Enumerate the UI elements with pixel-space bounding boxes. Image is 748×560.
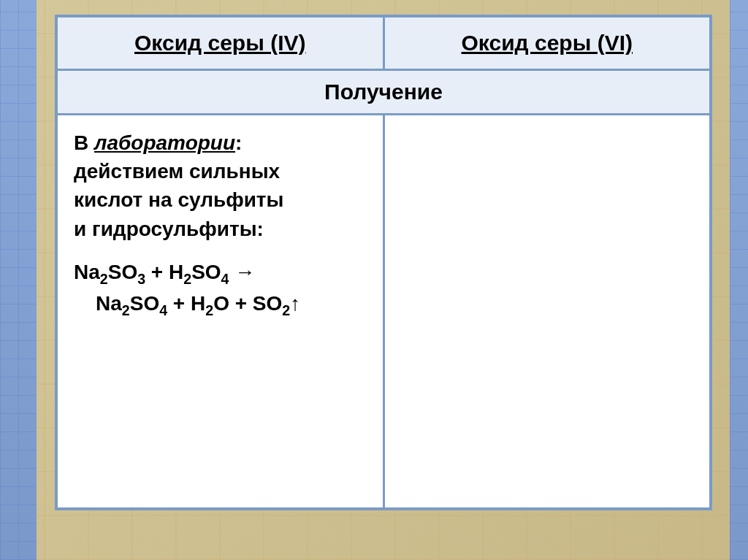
description-line-3: и гидросульфиты: (74, 215, 367, 243)
eq-so: SO (108, 261, 137, 283)
in-prefix: В (74, 131, 94, 154)
table-subheader-row: Получение (56, 70, 711, 115)
eq-so4: SO (191, 261, 221, 283)
eq2-plus1: + H (167, 292, 205, 315)
eq-sub3: 3 (137, 270, 145, 286)
eq-sub2: 2 (100, 270, 108, 286)
eq2-up: ↑ (290, 292, 300, 315)
subheader-preparation: Получение (56, 70, 711, 115)
eq2-sub2: 2 (122, 302, 130, 318)
left-decoration-stripe (0, 0, 37, 560)
chemical-equation-line-1: Na2SO3 + H2SO4 → (74, 258, 367, 289)
table-content-row: В лаборатории: действием сильных кислот … (56, 115, 711, 509)
eq-na: Na (74, 261, 100, 283)
chemical-equation-line-2: Na2SO4 + H2O + SO2↑ (74, 289, 367, 321)
table-header-row: Оксид серы (IV) Оксид серы (VI) (56, 16, 711, 70)
lab-intro: В лаборатории: (74, 129, 367, 157)
content-left-cell: В лаборатории: действием сильных кислот … (56, 115, 383, 509)
main-table-container: Оксид серы (IV) Оксид серы (VI) Получени… (55, 15, 712, 510)
comparison-table: Оксид серы (IV) Оксид серы (VI) Получени… (55, 15, 712, 510)
eq2-sub4: 4 (159, 302, 167, 318)
eq2-so: SO (130, 292, 159, 315)
eq-sub2b: 2 (183, 270, 191, 286)
laboratory-label: лаборатории (94, 131, 235, 154)
colon: : (235, 131, 242, 154)
description-line-1: действием сильных (74, 157, 367, 185)
eq-sub4: 4 (221, 270, 229, 286)
eq2-sub2b: 2 (205, 302, 213, 318)
description-line-2: кислот на сульфиты (74, 185, 367, 214)
right-decoration-stripe (730, 0, 748, 560)
eq2-o: O + SO (213, 292, 282, 315)
eq-plus1: + H (145, 261, 183, 283)
eq2-na: Na (96, 292, 122, 315)
eq2-sub2c: 2 (282, 302, 290, 318)
header-sulfur-oxide-6: Оксид серы (VI) (383, 16, 711, 70)
content-right-cell (383, 115, 711, 509)
eq-arrow: → (229, 261, 256, 283)
header-sulfur-oxide-4: Оксид серы (IV) (56, 16, 383, 70)
